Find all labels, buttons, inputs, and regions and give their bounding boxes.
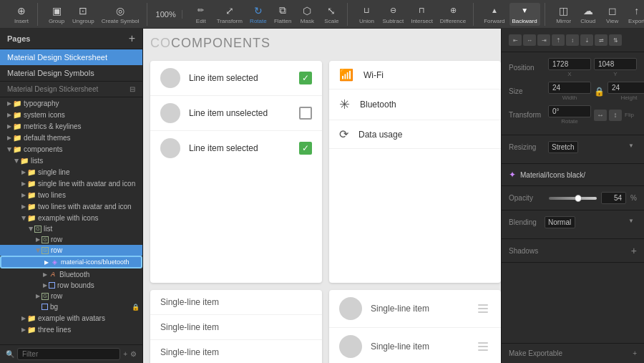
chevron-list[interactable]: ▶ xyxy=(28,226,34,233)
layer-item-list[interactable]: ▶ G list xyxy=(0,223,142,234)
layer-item-bluetooth[interactable]: ▶ ◈ material-icons/bluetooth xyxy=(0,256,142,268)
transform-button[interactable]: ⤢ Transform xyxy=(214,3,245,26)
chevron-row-bounds[interactable]: ▶ xyxy=(42,282,49,289)
chevron-bt-text[interactable]: ▶ xyxy=(42,271,49,278)
edit-button[interactable]: ✏ Edit xyxy=(190,3,213,26)
chevron-three-lines[interactable]: ▶ xyxy=(20,326,27,333)
layer-label: system icons xyxy=(24,111,65,119)
lock-ratio-icon[interactable]: 🔒 xyxy=(594,87,605,97)
distribute-v-btn[interactable]: ⇅ xyxy=(609,34,622,46)
layers-tree[interactable]: ▶ 📁 typography ▶ 📁 system icons ▶ 📁 metr… xyxy=(0,97,142,344)
chevron-row2[interactable]: ▶ xyxy=(35,247,42,254)
chevron-default-themes[interactable]: ▶ xyxy=(6,135,13,141)
checkbox-checked-1[interactable]: ✓ xyxy=(299,72,312,84)
search-icon: 🔍 xyxy=(6,350,14,358)
layer-item-bluetooth-text[interactable]: ▶ A Bluetooth xyxy=(0,268,142,280)
add-layer-icon[interactable]: + xyxy=(123,350,127,358)
group-button[interactable]: ▣ Group xyxy=(45,3,68,26)
distribute-h-btn[interactable]: ⇌ xyxy=(595,34,608,46)
create-symbol-button[interactable]: ◎ Create Symbol xyxy=(99,3,142,26)
layer-item-typography[interactable]: ▶ 📁 typography xyxy=(0,97,142,109)
bluetooth-text: Bluetooth xyxy=(360,100,396,110)
align-center-h-btn[interactable]: ↔ xyxy=(523,34,536,46)
difference-button[interactable]: ⊕ Difference xyxy=(437,3,469,26)
layer-item-components[interactable]: ▶ 📁 components xyxy=(0,143,142,155)
intersect-button[interactable]: ⊓ Intersect xyxy=(408,3,436,26)
position-y-input[interactable] xyxy=(594,58,637,70)
add-page-button[interactable]: + xyxy=(129,33,135,44)
mask-button[interactable]: ⬡ Mask xyxy=(296,3,318,26)
rotate-button[interactable]: ↻ Rotate xyxy=(247,3,270,26)
union-button[interactable]: ⊔ Union xyxy=(355,3,378,26)
zoom-level[interactable]: 100% xyxy=(150,10,182,19)
forward-button[interactable]: ▲ Forward xyxy=(481,3,507,26)
position-x-input[interactable] xyxy=(548,58,591,70)
view-button[interactable]: ◻ View xyxy=(601,3,624,26)
page-item-stickersheet[interactable]: Material Design Stickersheet xyxy=(0,49,142,65)
layer-item-single-avatar[interactable]: ▶ 📁 single line with avatar and icon xyxy=(0,178,142,189)
align-left-btn[interactable]: ⇤ xyxy=(509,34,522,46)
page-item-symbols[interactable]: Material Design Symbols xyxy=(0,65,142,81)
size-height-input[interactable] xyxy=(608,82,644,94)
layer-label: three lines xyxy=(38,326,71,334)
layer-item-row-bounds[interactable]: ▶ row bounds xyxy=(0,280,142,291)
search-input[interactable] xyxy=(17,348,120,360)
chevron-lists[interactable]: ▶ xyxy=(14,157,20,164)
layer-item-system-icons[interactable]: ▶ 📁 system icons xyxy=(0,109,142,120)
subtract-button[interactable]: ⊖ Subtract xyxy=(379,3,406,26)
chevron-row1[interactable]: ▶ xyxy=(34,236,42,243)
ungroup-button[interactable]: ⊡ Ungroup xyxy=(69,3,97,26)
size-width-input[interactable] xyxy=(548,82,591,94)
chevron-row3[interactable]: ▶ xyxy=(34,293,42,299)
chevron-components[interactable]: ▶ xyxy=(6,145,13,153)
flatten-button[interactable]: ⧉ Flatten xyxy=(271,3,294,26)
layer-item-example-icons[interactable]: ▶ 📁 example with icons xyxy=(0,212,142,223)
layer-item-bg[interactable]: ▶ bg 🔒 xyxy=(0,301,142,312)
opacity-slider[interactable] xyxy=(549,197,597,200)
blending-select[interactable]: Normal xyxy=(545,216,575,228)
layer-item-example-avatars[interactable]: ▶ 📁 example with avatars xyxy=(0,312,142,324)
layer-item-metrics[interactable]: ▶ 📁 metrics & keylines xyxy=(0,120,142,132)
mirror-button[interactable]: ◫ Mirror xyxy=(552,3,575,26)
chevron-example-icons[interactable]: ▶ xyxy=(21,214,27,221)
export-button[interactable]: ↑ Export xyxy=(625,3,644,26)
layer-item-row1[interactable]: ▶ G row xyxy=(0,234,142,245)
chevron-system-icons[interactable]: ▶ xyxy=(6,112,13,118)
cloud-button[interactable]: ☁ Cloud xyxy=(577,3,600,26)
chevron-metrics[interactable]: ▶ xyxy=(6,123,13,130)
chevron-single-line[interactable]: ▶ xyxy=(20,169,27,175)
insert-button[interactable]: ⊕ Insert xyxy=(10,3,33,26)
layer-item-three-lines[interactable]: ▶ 📁 three lines xyxy=(0,324,142,335)
chevron-two-lines-avatar[interactable]: ▶ xyxy=(20,203,27,210)
chevron-typography[interactable]: ▶ xyxy=(6,100,13,107)
align-right-btn[interactable]: ⇥ xyxy=(537,34,550,46)
opacity-input[interactable] xyxy=(601,192,626,204)
rotate-input[interactable] xyxy=(548,105,591,117)
add-shadow-btn[interactable]: + xyxy=(631,245,637,256)
flip-v-btn[interactable]: ↕ xyxy=(609,110,622,121)
backward-button[interactable]: ▼ Backward xyxy=(509,3,540,26)
chevron-bluetooth[interactable]: ▶ xyxy=(43,259,50,266)
layer-item-single-line[interactable]: ▶ 📁 single line xyxy=(0,166,142,178)
toolbar: ⊕ Insert ▣ Group ⊡ Ungroup ◎ Create Symb… xyxy=(0,0,644,29)
checkbox-checked-2[interactable]: ✓ xyxy=(299,142,312,155)
chevron-single-avatar[interactable]: ▶ xyxy=(20,180,27,187)
collapse-icon[interactable]: ⊟ xyxy=(130,85,135,93)
align-center-v-btn[interactable]: ↕ xyxy=(566,34,579,46)
flip-h-btn[interactable]: ↔ xyxy=(594,110,607,121)
scale-button[interactable]: ⤡ Scale xyxy=(320,3,343,26)
resizing-select[interactable]: Stretch xyxy=(548,141,578,153)
settings-icon[interactable]: ⚙ xyxy=(130,350,137,358)
layer-item-row2[interactable]: ▶ G row xyxy=(0,245,142,256)
align-top-btn[interactable]: ⇡ xyxy=(552,34,565,46)
layer-item-default-themes[interactable]: ▶ 📁 default themes xyxy=(0,132,142,143)
layer-item-two-lines-avatar[interactable]: ▶ 📁 two lines with avatar and icon xyxy=(0,200,142,212)
layer-item-two-lines[interactable]: ▶ 📁 two lines xyxy=(0,189,142,200)
layer-item-lists[interactable]: ▶ 📁 lists xyxy=(0,155,142,166)
align-bottom-btn[interactable]: ⇣ xyxy=(580,34,593,46)
make-exportable-section[interactable]: Make Exportable + xyxy=(502,343,644,363)
chevron-two-lines[interactable]: ▶ xyxy=(20,192,27,198)
checkbox-unchecked-1[interactable] xyxy=(299,107,312,120)
chevron-avatars[interactable]: ▶ xyxy=(20,315,27,321)
layer-item-row3[interactable]: ▶ G row xyxy=(0,291,142,301)
